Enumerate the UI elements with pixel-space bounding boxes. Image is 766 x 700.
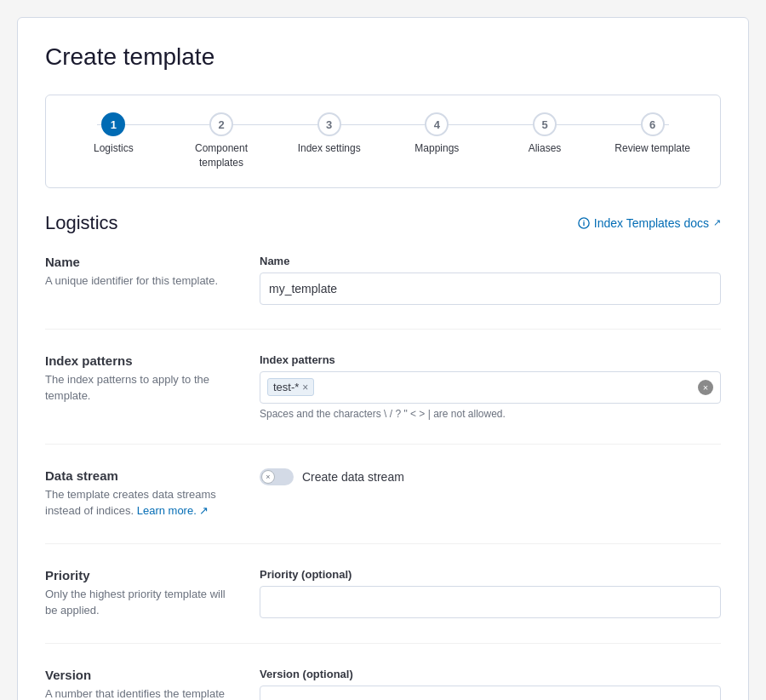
data-stream-toggle-row: × Create data stream [260, 468, 721, 485]
tag-test-star: test-* × [267, 378, 314, 396]
step-label-4: Mappings [414, 141, 459, 156]
toggle-thumb: × [261, 470, 275, 484]
name-left: Name A unique identifier for this templa… [45, 255, 232, 305]
steps-container: 1 Logistics 2 Componenttemplates 3 Index… [45, 95, 721, 188]
version-right: Version (optional) [260, 668, 721, 700]
step-label-1: Logistics [94, 141, 134, 156]
index-patterns-title: Index patterns [45, 353, 232, 368]
data-stream-section: Data stream The template creates data st… [45, 468, 721, 544]
index-patterns-section: Index patterns The index patterns to app… [45, 353, 721, 445]
version-input-label: Version (optional) [260, 668, 721, 680]
create-template-card: Create template 1 Logistics 2 Componentt… [17, 17, 749, 700]
step-5: 5 Aliases [491, 112, 599, 156]
index-patterns-hint: Spaces and the characters \ / ? " < > | … [260, 408, 721, 420]
index-patterns-input-label: Index patterns [260, 353, 721, 366]
step-6: 6 Review template [598, 112, 706, 156]
step-label-6: Review template [615, 141, 690, 156]
version-section: Version A number that identifies the tem… [45, 668, 721, 700]
index-patterns-input[interactable]: test-* × × [260, 371, 721, 404]
step-label-3: Index settings [298, 141, 361, 156]
index-patterns-right: Index patterns test-* × × Spaces and the… [260, 353, 721, 420]
priority-right: Priority (optional) [260, 568, 721, 619]
step-label-2: Componenttemplates [195, 141, 248, 170]
name-field-desc: A unique identifier for this template. [45, 273, 232, 290]
name-input[interactable] [260, 273, 721, 305]
name-input-label: Name [260, 255, 721, 267]
external-link-icon: ↗ [713, 217, 721, 228]
index-patterns-desc: The index patterns to apply to the templ… [45, 371, 232, 405]
tag-value: test-* [273, 381, 299, 393]
section-title: Logistics [45, 212, 118, 234]
step-circle-4: 4 [425, 112, 449, 136]
priority-section: Priority Only the highest priority templ… [45, 568, 721, 644]
version-title: Version [45, 668, 232, 682]
step-circle-2: 2 [209, 112, 233, 136]
step-circle-5: 5 [533, 112, 557, 136]
step-circle-6: 6 [641, 112, 665, 136]
clear-tags-button[interactable]: × [698, 380, 713, 395]
priority-input[interactable] [260, 586, 721, 618]
index-patterns-left: Index patterns The index patterns to app… [45, 353, 232, 420]
learn-more-link[interactable]: Learn more. ↗ [137, 504, 209, 517]
step-label-5: Aliases [529, 141, 562, 156]
tag-remove-btn[interactable]: × [302, 382, 308, 393]
svg-point-2 [583, 220, 584, 221]
docs-link-label: Index Templates docs [594, 216, 709, 230]
step-circle-3: 3 [317, 112, 341, 136]
docs-link[interactable]: Index Templates docs ↗ [578, 216, 721, 230]
priority-desc: Only the highest priority template will … [45, 586, 232, 619]
step-1: 1 Logistics [60, 112, 168, 156]
page-title: Create template [45, 43, 721, 71]
data-stream-left: Data stream The template creates data st… [45, 468, 232, 519]
data-stream-right: × Create data stream [260, 468, 721, 519]
step-3: 3 Index settings [275, 112, 383, 156]
data-stream-toggle[interactable]: × [260, 468, 294, 485]
priority-title: Priority [45, 568, 232, 582]
priority-input-label: Priority (optional) [260, 568, 721, 581]
data-stream-desc: The template creates data streams instea… [45, 486, 232, 519]
step-circle-1: 1 [101, 112, 125, 136]
step-2: 2 Componenttemplates [168, 112, 276, 170]
priority-left: Priority Only the highest priority templ… [45, 568, 232, 619]
version-left: Version A number that identifies the tem… [45, 668, 232, 700]
settings-icon [578, 217, 590, 229]
data-stream-title: Data stream [45, 468, 232, 483]
name-section: Name A unique identifier for this templa… [45, 255, 721, 330]
name-field-title: Name [45, 255, 232, 269]
version-input[interactable] [260, 686, 721, 700]
section-header: Logistics Index Templates docs ↗ [45, 212, 721, 234]
version-desc: A number that identifies the template to… [45, 686, 232, 700]
step-4: 4 Mappings [383, 112, 491, 156]
data-stream-toggle-label: Create data stream [302, 470, 404, 484]
name-right: Name [260, 255, 721, 305]
